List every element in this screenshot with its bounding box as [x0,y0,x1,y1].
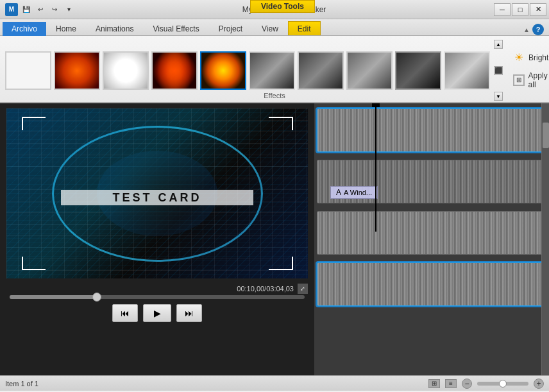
video-tools-tab[interactable]: Video Tools [250,0,315,13]
ribbon-collapse-arrow[interactable]: ▲ [523,26,530,33]
seek-thumb[interactable] [92,293,101,302]
time-display: 00:10,00/03:04,03 [237,285,294,293]
effect-thumb-gray4[interactable] [395,51,441,90]
playhead-top [372,103,380,107]
tab-archivo[interactable]: Archivo [3,22,46,36]
apply-icon: ⊞ [513,74,525,86]
tab-edit[interactable]: Edit [288,21,321,35]
track-text-label: A A Wind... [330,186,378,199]
apply-to-all-btn[interactable]: ⊞ Apply to all [509,69,549,91]
maximize-btn[interactable]: □ [512,3,528,16]
effect-thumb-red[interactable] [151,51,198,90]
customize-qat-btn[interactable]: ▾ [63,4,74,15]
scroll-middle-btn[interactable]: ⬛ [494,66,503,75]
item-count: Item 1 of 1 [5,380,38,388]
effect-thumb-white[interactable] [103,51,149,90]
seek-fill [10,295,98,299]
effect-thumb-gray1[interactable] [249,51,295,90]
minimize-btn[interactable]: ─ [494,3,511,16]
zoom-slider-thumb[interactable] [499,380,507,388]
tab-project[interactable]: Project [209,21,252,35]
effect-thumb-gray5[interactable] [444,51,490,90]
tab-animations[interactable]: Animations [86,21,143,35]
undo-qat-btn[interactable]: ↩ [35,4,46,15]
view-icon-1[interactable]: ⊞ [428,379,440,388]
help-button[interactable]: ? [532,24,544,35]
video-frame: TEST CARD [6,108,308,278]
effect-thumb-gray2[interactable] [298,51,344,90]
effect-thumb-orange[interactable] [54,51,100,90]
expand-btn[interactable]: ⤢ [298,284,308,294]
timeline-track-4[interactable] [317,262,546,306]
scroll-up-btn[interactable]: ▲ [494,40,503,49]
effect-thumb-blank[interactable] [5,51,51,90]
tab-view[interactable]: View [252,21,288,35]
play-btn[interactable]: ▶ [143,304,171,322]
save-qat-btn[interactable]: 💾 [21,4,32,15]
tab-home[interactable]: Home [46,21,86,35]
playhead [375,103,376,232]
timeline-track-1[interactable] [317,108,546,152]
zoom-slider[interactable] [477,382,528,386]
timeline-scrollbar-thumb[interactable] [543,123,549,148]
timeline-track-3[interactable] [317,211,546,255]
view-icon-2[interactable]: ≡ [445,379,457,388]
brightness-btn[interactable]: ☀ Brightness [509,50,549,65]
app-icon: M [5,3,18,16]
seek-bar[interactable] [10,295,305,299]
sun-icon: ☀ [513,52,525,64]
prev-frame-btn[interactable]: ⏮ [112,304,138,322]
zoom-out-btn[interactable]: − [462,379,472,389]
tab-visual-effects[interactable]: Visual Effects [143,21,208,35]
zoom-in-btn[interactable]: + [534,379,544,389]
timeline-track-2[interactable]: A A Wind... [317,160,546,203]
next-frame-btn[interactable]: ⏭ [176,304,202,322]
effect-thumb-gray3[interactable] [346,51,393,90]
redo-qat-btn[interactable]: ↪ [49,4,60,15]
effect-thumb-yellow[interactable] [200,51,246,90]
scroll-down-btn[interactable]: ▼ [494,92,503,101]
close-btn[interactable]: ✕ [530,3,546,16]
effects-section-label: Effects [264,92,285,99]
